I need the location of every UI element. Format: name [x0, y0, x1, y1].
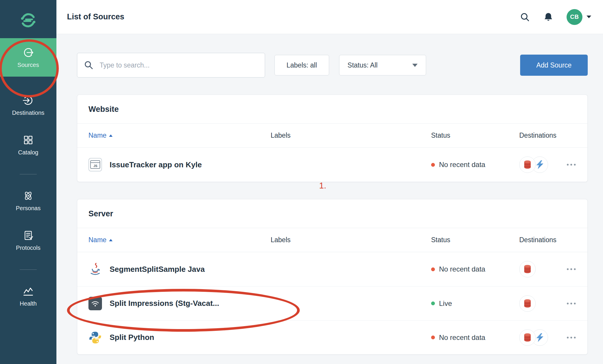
personas-icon	[23, 190, 34, 201]
row-menu-button[interactable]	[564, 334, 579, 341]
source-name: SegmentSplitSample Java	[110, 265, 205, 274]
svg-text:JS: JS	[93, 164, 97, 168]
table-header: Name Labels Status Destinations	[77, 228, 587, 252]
sidebar-item-destinations[interactable]: Destinations	[0, 95, 56, 116]
row-menu-button[interactable]	[564, 161, 579, 168]
row-menu-button[interactable]	[564, 300, 579, 307]
toolbar: Labels: all Status: All Add Source	[77, 53, 588, 77]
redshift-destination-icon[interactable]	[519, 329, 536, 346]
search-input[interactable]	[77, 53, 265, 77]
search-icon[interactable]	[518, 11, 531, 23]
sidebar-divider	[20, 269, 37, 270]
source-name: Split Python	[110, 333, 154, 342]
status-text: Live	[439, 299, 452, 308]
column-header-labels: Labels	[271, 236, 431, 244]
java-icon	[88, 262, 102, 276]
status-dot	[431, 267, 435, 271]
server-sources-card: Server Name Labels Status Destinations	[77, 199, 588, 355]
source-row-split-impressions[interactable]: Split Impressions (Stg-Vacat... Live	[77, 286, 587, 320]
source-name: IssueTracker app on Kyle	[110, 160, 202, 169]
destinations-icon	[23, 95, 34, 106]
sidebar-item-label: Sources	[17, 62, 39, 68]
catalog-icon	[23, 134, 34, 146]
sidebar-item-catalog[interactable]: Catalog	[0, 134, 56, 156]
sidebar-item-label: Personas	[16, 205, 41, 212]
column-header-name[interactable]: Name	[88, 236, 271, 244]
website-sources-card: Website Name Labels Status Destinations	[77, 95, 588, 182]
wifi-icon	[88, 297, 102, 310]
table-header: Name Labels Status Destinations	[77, 124, 587, 148]
source-row-issuetracker[interactable]: JS IssueTracker app on Kyle No recent da…	[77, 148, 587, 182]
status-text: No recent data	[439, 265, 485, 273]
column-header-status: Status	[431, 236, 519, 244]
status-filter-dropdown[interactable]: Status: All	[339, 55, 426, 75]
protocols-icon	[23, 230, 34, 241]
main-area: List of Sources CB	[56, 0, 603, 364]
sidebar-item-label: Destinations	[12, 109, 44, 116]
status-text: No recent data	[439, 333, 485, 342]
sidebar: Sources Destinations Cata	[0, 0, 56, 364]
redshift-destination-icon[interactable]	[519, 295, 536, 312]
section-title: Server	[77, 199, 587, 228]
chevron-down-icon	[412, 64, 418, 67]
column-header-labels: Labels	[271, 132, 431, 139]
sidebar-item-protocols[interactable]: Protocols	[0, 230, 56, 251]
sort-asc-icon	[109, 239, 113, 241]
content: Labels: all Status: All Add Source Websi…	[56, 34, 603, 355]
row-menu-button[interactable]	[564, 265, 579, 273]
avatar[interactable]: CB	[567, 9, 582, 25]
sidebar-item-personas[interactable]: Personas	[0, 190, 56, 212]
user-menu[interactable]: CB	[567, 9, 591, 25]
sources-icon	[23, 47, 34, 58]
chevron-down-icon	[587, 16, 591, 18]
column-header-status: Status	[431, 132, 519, 139]
column-header-destinations: Destinations	[519, 236, 557, 244]
javascript-icon: JS	[88, 158, 102, 171]
status-dot	[431, 301, 435, 305]
sort-asc-icon	[109, 134, 113, 137]
notifications-bell-icon[interactable]	[542, 11, 555, 23]
app-window: Sources Destinations Cata	[0, 0, 603, 364]
status-filter-label: Status: All	[348, 61, 378, 69]
source-row-java[interactable]: SegmentSplitSample Java No recent data	[77, 252, 587, 286]
search-box	[77, 53, 265, 77]
section-title: Website	[77, 95, 587, 124]
top-bar: List of Sources CB	[56, 0, 603, 34]
sidebar-item-sources[interactable]: Sources	[0, 38, 56, 77]
status-text: No recent data	[439, 161, 485, 169]
sidebar-item-label: Protocols	[16, 245, 40, 251]
redshift-destination-icon[interactable]	[519, 156, 536, 173]
redshift-destination-icon[interactable]	[519, 261, 536, 277]
page-title: List of Sources	[67, 12, 124, 21]
column-header-name[interactable]: Name	[88, 132, 271, 139]
column-header-destinations: Destinations	[519, 132, 557, 139]
python-icon	[88, 331, 102, 344]
sidebar-item-health[interactable]: Health	[0, 286, 56, 307]
sidebar-item-label: Health	[20, 300, 37, 307]
source-row-split-python[interactable]: Split Python No recent data	[77, 320, 587, 354]
source-name: Split Impressions (Stg-Vacat...	[110, 299, 219, 308]
add-source-button[interactable]: Add Source	[520, 55, 588, 76]
labels-filter-button[interactable]: Labels: all	[274, 55, 329, 75]
sidebar-item-label: Catalog	[18, 149, 38, 156]
search-input-icon	[84, 60, 93, 71]
segment-logo[interactable]	[19, 10, 37, 31]
labels-filter-label: Labels: all	[287, 61, 317, 69]
status-dot	[431, 336, 435, 339]
health-icon	[23, 286, 34, 297]
status-dot	[431, 163, 435, 167]
sidebar-divider	[20, 174, 37, 174]
